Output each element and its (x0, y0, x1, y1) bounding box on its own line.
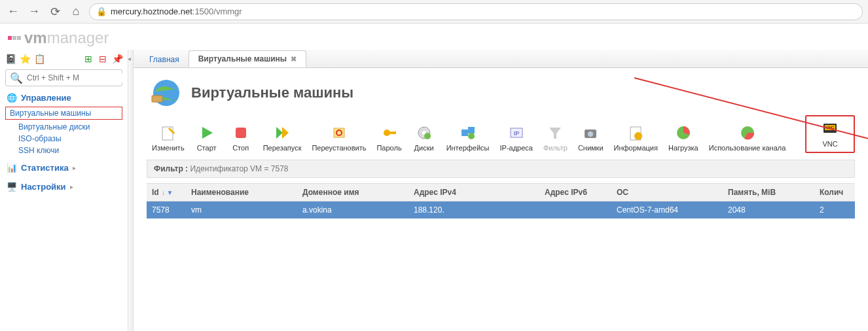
svg-text:IP: IP (513, 130, 519, 137)
disks-button[interactable]: Диски (407, 123, 441, 153)
key-icon (381, 124, 398, 141)
col-domain[interactable]: Доменное имя (297, 184, 408, 201)
col-mem[interactable]: Память, MiB (723, 184, 814, 201)
cell-count: 2 (814, 201, 855, 219)
svg-point-21 (588, 131, 593, 137)
sidebar-divider[interactable] (128, 50, 134, 331)
nav-manage-title[interactable]: 🌐Управление (5, 90, 122, 105)
col-os[interactable]: ОС (611, 184, 723, 201)
app-logo: vmmanager (8, 29, 109, 47)
load-button[interactable]: Нагрузка (663, 123, 704, 153)
url-bar[interactable]: 🔒 mercury.hoztnode.net:1500/vmmgr (89, 3, 863, 20)
sidebar-item-ssh[interactable]: SSH ключи (5, 145, 122, 156)
pie-icon (675, 124, 692, 141)
sidebar-item-disks[interactable]: Виртуальные диски (5, 121, 122, 133)
globe-icon: 🌐 (7, 93, 17, 103)
cell-os: CentOS-7-amd64 (611, 201, 723, 219)
svg-rect-14 (461, 130, 468, 136)
svg-rect-2 (162, 127, 173, 140)
disk-icon (416, 124, 433, 141)
tab-vms[interactable]: Виртуальные машины✖ (189, 50, 306, 67)
password-button[interactable]: Пароль (371, 123, 407, 153)
logo-row: vmmanager (0, 24, 868, 50)
tabs: Главная Виртуальные машины✖ (134, 50, 868, 68)
home-icon[interactable]: ⌂ (68, 4, 84, 20)
info-icon (627, 124, 644, 141)
restart-icon (274, 124, 291, 141)
svg-marker-6 (282, 127, 289, 139)
svg-rect-4 (236, 128, 246, 138)
edit-button[interactable]: Изменить (147, 123, 190, 153)
remove-icon[interactable]: ⊟ (98, 54, 108, 64)
info-label: Информация (614, 144, 658, 152)
funnel-icon (547, 124, 564, 141)
load-label: Нагрузка (668, 144, 698, 152)
camera-icon (582, 124, 599, 141)
close-icon[interactable]: ✖ (291, 55, 297, 63)
nav-stats-title[interactable]: 📊Статистика▸ (5, 160, 122, 175)
edit-icon (160, 124, 177, 141)
sidebar-search[interactable]: 🔍 (5, 69, 122, 86)
table-header-row: Id↓ ▼ Наименование Доменное имя Адрес IP… (147, 184, 855, 201)
col-count[interactable]: Колич (814, 184, 855, 201)
tab-home[interactable]: Главная (140, 52, 189, 67)
col-ipv6[interactable]: Адрес IPv6 (539, 184, 611, 201)
sidebar-item-iso[interactable]: ISO-образы (5, 133, 122, 145)
network-icon (460, 124, 477, 141)
col-ipv4[interactable]: Адрес IPv4 (408, 184, 539, 201)
sidebar-item-vms[interactable]: Виртуальные машины (5, 107, 122, 120)
clipboard-icon[interactable]: 📋 (34, 54, 45, 64)
back-icon[interactable]: ← (5, 4, 21, 20)
cell-mem: 2048 (723, 201, 814, 219)
snapshots-label: Снимки (578, 144, 604, 152)
page-title: Виртуальные машины (191, 84, 353, 101)
search-input[interactable] (27, 73, 125, 82)
pie2-icon (739, 124, 756, 141)
monitor-small-icon: VNC (822, 120, 839, 137)
table-row[interactable]: 7578 vm a.vokina 188.120. CentOS-7-amd64… (147, 201, 855, 219)
stop-label: Стоп (232, 144, 249, 152)
svg-point-9 (384, 130, 390, 136)
snapshots-button[interactable]: Снимки (573, 123, 609, 153)
stop-icon (232, 124, 249, 141)
filter-prefix: Фильтр : (154, 164, 190, 173)
star-icon[interactable]: ⭐ (20, 54, 30, 64)
ip-button[interactable]: IPIP-адреса (494, 123, 537, 153)
ip-label: IP-адреса (499, 144, 532, 152)
cell-id: 7578 (147, 201, 186, 219)
chart-icon: 📊 (7, 163, 17, 173)
vnc-button[interactable]: VNCVNC (813, 120, 847, 148)
stop-button[interactable]: Стоп (224, 123, 258, 153)
interfaces-button[interactable]: Интерфейсы (441, 123, 495, 153)
svg-marker-19 (549, 128, 561, 139)
restart-label: Перезапуск (263, 144, 302, 152)
filter-label: Фильтр (543, 144, 568, 152)
nav-settings-title[interactable]: 🖥️Настройки▸ (5, 179, 122, 194)
vm-table: Id↓ ▼ Наименование Доменное имя Адрес IP… (147, 183, 855, 218)
reload-icon[interactable]: ⟳ (47, 4, 63, 20)
nav-settings-label: Настройки (21, 182, 66, 192)
info-button[interactable]: Информация (609, 123, 663, 153)
nav-settings: 🖥️Настройки▸ (5, 179, 122, 194)
filter-button[interactable]: Фильтр (538, 123, 573, 153)
reinstall-button[interactable]: Переустановить (306, 123, 371, 153)
lock-icon: 🔒 (96, 7, 107, 16)
nav-manage: 🌐Управление Виртуальные машины Виртуальн… (5, 90, 122, 156)
restart-button[interactable]: Перезапуск (258, 123, 307, 153)
book-icon[interactable]: 📓 (5, 54, 16, 64)
add-icon[interactable]: ⊞ (83, 54, 94, 64)
col-name[interactable]: Наименование (186, 184, 297, 201)
pin-icon[interactable]: 📌 (112, 54, 122, 64)
vnc-highlight: VNCVNC (805, 115, 855, 153)
sidebar: 📓 ⭐ 📋 ⊞ ⊟ 📌 🔍 🌐Управление Виртуальные ма… (0, 50, 128, 331)
col-id[interactable]: Id↓ ▼ (147, 184, 186, 201)
cell-name: vm (186, 201, 297, 219)
svg-rect-15 (468, 127, 475, 133)
globe-large-icon (151, 77, 182, 109)
start-button[interactable]: Старт (190, 123, 224, 153)
nav-stats: 📊Статистика▸ (5, 160, 122, 175)
svg-marker-5 (276, 127, 283, 139)
channel-button[interactable]: Использование канала (704, 123, 791, 153)
forward-icon[interactable]: → (26, 4, 42, 20)
cell-domain: a.vokina (297, 201, 408, 219)
